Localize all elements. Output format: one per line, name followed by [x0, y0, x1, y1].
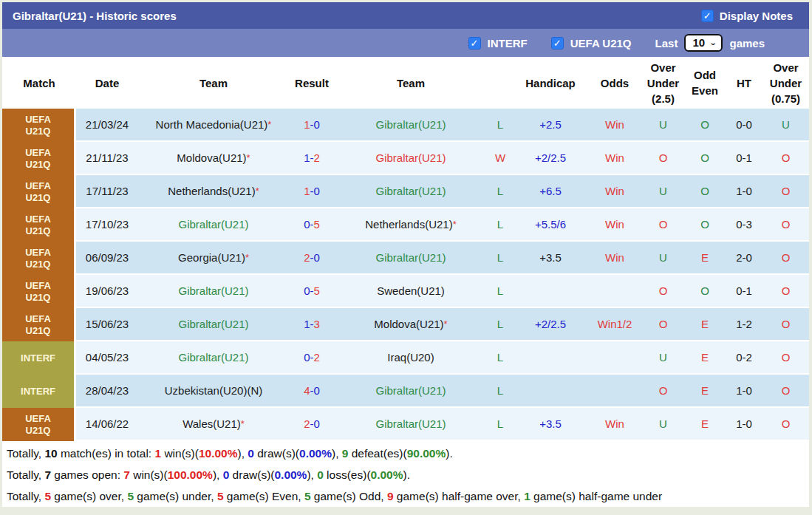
uefa-u21q-filter-label: UEFA U21Q [570, 37, 632, 50]
chevron-down-icon: ⌄ [709, 38, 717, 47]
result-cell: 1-3 [289, 308, 335, 341]
home-score: 4 [304, 384, 310, 398]
home-team-name: Netherlands(U21) [168, 185, 255, 198]
win-loss-cell: L [487, 242, 514, 275]
away-score: 2 [314, 151, 320, 165]
over-under-25-value: O [659, 318, 668, 331]
odds-cell: Win [587, 208, 642, 242]
over-under-075-value: O [782, 151, 791, 165]
handicap-value: +2/2.5 [535, 151, 566, 165]
odd-even-cell: E [684, 308, 726, 341]
odds-cell: Win [587, 109, 642, 142]
match-competition-badge: INTERF [2, 375, 76, 408]
interf-checkbox[interactable]: ✓ [468, 37, 481, 50]
summary-line-1: Totally, 10 match(es) in total: 1 win(s)… [7, 443, 809, 464]
half-time-score: 0-0 [736, 118, 752, 132]
uefa-u21q-checkbox[interactable]: ✓ [551, 37, 564, 50]
odds-cell [587, 375, 642, 408]
date-cell: 17/10/23 [76, 208, 138, 242]
column-header-match: Match [2, 57, 76, 109]
over-under-25-cell: U [642, 408, 684, 441]
odd-even-cell: E [684, 341, 726, 375]
competition-label: UEFA U21Q [20, 280, 57, 304]
handicap-cell: +2.5 [514, 109, 587, 142]
odd-even-cell: O [684, 275, 726, 308]
home-score: 2 [304, 417, 310, 431]
over-under-25-cell: O [642, 308, 684, 341]
home-score: 0 [304, 284, 310, 298]
handicap-value: +3.5 [539, 251, 562, 265]
win-loss-value: L [497, 218, 503, 231]
odd-even-value: O [700, 151, 709, 165]
result-cell: 0-2 [289, 341, 335, 375]
table-row: INTERF28/04/23Uzbekistan(U20)(N)4-0Gibra… [2, 375, 809, 408]
win-loss-value: L [497, 417, 503, 431]
odds-value: Win [605, 151, 624, 165]
handicap-cell: +6.5 [514, 175, 587, 208]
date-cell: 19/06/23 [76, 275, 138, 308]
home-score: 0 [304, 218, 310, 231]
win-loss-value: L [497, 318, 503, 331]
handicap-value: +2/2.5 [535, 318, 566, 331]
summary-line-3: Totally, 5 game(s) over, 5 game(s) under… [7, 485, 809, 507]
away-team-cell: Gibraltar(U21) [335, 375, 487, 408]
win-loss-cell: L [487, 375, 514, 408]
win-loss-cell: L [487, 408, 514, 441]
foul-star-marker: * [247, 154, 250, 163]
handicap-cell: +2/2.5 [514, 308, 587, 341]
win-loss-value: L [497, 118, 503, 132]
over-under-075-value: O [782, 318, 791, 331]
result-cell: 2-0 [289, 408, 335, 441]
interf-filter-label: INTERF [488, 37, 528, 50]
over-under-075-cell: O [762, 408, 809, 441]
match-competition-badge: UEFA U21Q [2, 308, 76, 341]
home-team-name: North Macedonia(U21) [156, 118, 268, 132]
away-team-name: Gibraltar(U21) [375, 185, 446, 198]
half-time-cell: 1-0 [726, 408, 762, 441]
half-time-score: 0-1 [736, 151, 752, 165]
result-cell: 0-5 [289, 275, 335, 308]
summary-line-2: Totally, 7 games open: 7 win(s)(100.00%)… [7, 464, 809, 485]
odds-value: Win [605, 118, 624, 132]
half-time-cell: 0-1 [726, 142, 762, 175]
over-under-075-cell: O [762, 275, 809, 308]
away-team-cell: Gibraltar(U21) [335, 242, 487, 275]
games-count-select[interactable]: 10 ⌄ [684, 34, 723, 52]
table-header: MatchDateTeamResultTeamHandicapOddsOver … [2, 57, 809, 109]
over-under-25-cell: O [642, 275, 684, 308]
home-score: 0 [304, 351, 310, 364]
away-team-name: Gibraltar(U21) [375, 251, 446, 265]
table-row: UEFA U21Q21/03/24North Macedonia(U21)*1-… [2, 109, 809, 142]
foul-star-marker: * [256, 187, 259, 196]
table-row: UEFA U21Q21/11/23Moldova(U21)*1-2Gibralt… [2, 142, 809, 175]
away-team-cell: Gibraltar(U21) [335, 408, 487, 441]
handicap-value: +2.5 [539, 118, 562, 132]
away-team-cell: Gibraltar(U21) [335, 142, 487, 175]
home-team-name: Moldova(U21) [177, 151, 246, 165]
away-team-cell: Gibraltar(U21) [335, 109, 487, 142]
over-under-25-cell: U [642, 109, 684, 142]
summary-footer: Totally, 10 match(es) in total: 1 win(s)… [2, 441, 809, 507]
home-team-name: Wales(U21) [182, 417, 241, 431]
half-time-cell: 2-0 [726, 242, 762, 275]
over-under-25-cell: U [642, 341, 684, 375]
display-notes-checkbox[interactable]: ✓ [701, 10, 714, 22]
away-score: 5 [314, 284, 320, 298]
half-time-cell: 0-0 [726, 109, 762, 142]
away-team-name: Sweden(U21) [377, 284, 445, 298]
over-under-075-value: O [782, 417, 791, 431]
over-under-25-value: U [659, 351, 667, 364]
table-row: UEFA U21Q14/06/22Wales(U21)*2-0Gibraltar… [2, 408, 809, 441]
away-score: 0 [314, 118, 320, 132]
table-row: UEFA U21Q06/09/23Georgia(U21)*2-0Gibralt… [2, 242, 809, 275]
over-under-075-value: O [782, 218, 791, 231]
table-row: UEFA U21Q19/06/23Gibraltar(U21)0-5Sweden… [2, 275, 809, 308]
over-under-075-cell: U [762, 109, 809, 142]
handicap-cell: +3.5 [514, 408, 587, 441]
over-under-075-cell: O [762, 375, 809, 408]
odd-even-value: E [701, 351, 709, 364]
half-time-cell: 1-2 [726, 308, 762, 341]
away-team-name: Netherlands(U21) [365, 218, 452, 231]
win-loss-value: L [497, 284, 503, 298]
games-count-value: 10 [692, 36, 705, 49]
